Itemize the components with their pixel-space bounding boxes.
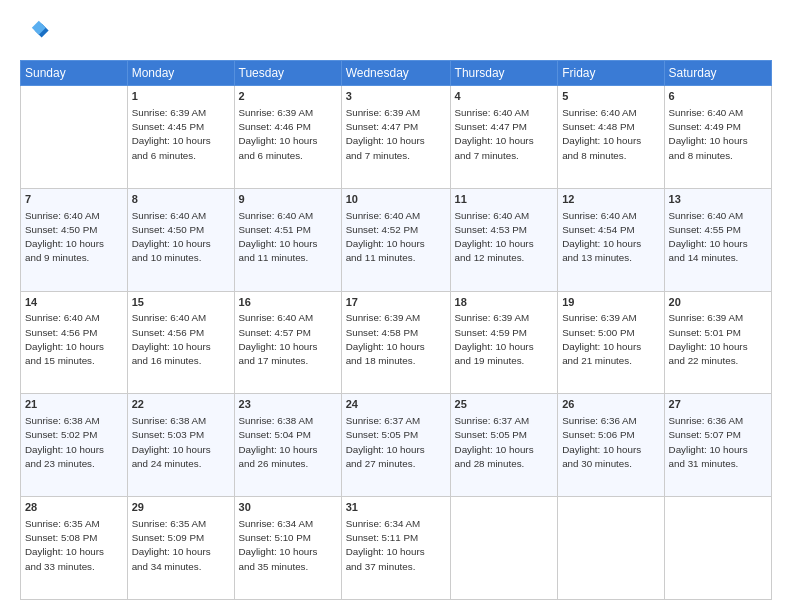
day-cell: 19Sunrise: 6:39 AM Sunset: 5:00 PM Dayli… bbox=[558, 291, 664, 394]
day-info: Sunrise: 6:40 AM Sunset: 4:53 PM Dayligh… bbox=[455, 210, 534, 264]
day-number: 3 bbox=[346, 89, 446, 104]
day-cell: 10Sunrise: 6:40 AM Sunset: 4:52 PM Dayli… bbox=[341, 188, 450, 291]
day-number: 8 bbox=[132, 192, 230, 207]
column-header-sunday: Sunday bbox=[21, 61, 128, 86]
calendar-table: SundayMondayTuesdayWednesdayThursdayFrid… bbox=[20, 60, 772, 600]
day-number: 20 bbox=[669, 295, 767, 310]
day-number: 10 bbox=[346, 192, 446, 207]
column-header-thursday: Thursday bbox=[450, 61, 558, 86]
day-number: 5 bbox=[562, 89, 659, 104]
day-info: Sunrise: 6:40 AM Sunset: 4:54 PM Dayligh… bbox=[562, 210, 641, 264]
day-cell: 20Sunrise: 6:39 AM Sunset: 5:01 PM Dayli… bbox=[664, 291, 771, 394]
day-cell: 7Sunrise: 6:40 AM Sunset: 4:50 PM Daylig… bbox=[21, 188, 128, 291]
day-cell bbox=[664, 497, 771, 600]
day-cell: 25Sunrise: 6:37 AM Sunset: 5:05 PM Dayli… bbox=[450, 394, 558, 497]
day-cell: 28Sunrise: 6:35 AM Sunset: 5:08 PM Dayli… bbox=[21, 497, 128, 600]
day-number: 9 bbox=[239, 192, 337, 207]
day-cell: 31Sunrise: 6:34 AM Sunset: 5:11 PM Dayli… bbox=[341, 497, 450, 600]
column-header-wednesday: Wednesday bbox=[341, 61, 450, 86]
day-number: 1 bbox=[132, 89, 230, 104]
day-info: Sunrise: 6:39 AM Sunset: 4:58 PM Dayligh… bbox=[346, 312, 425, 366]
day-info: Sunrise: 6:40 AM Sunset: 4:55 PM Dayligh… bbox=[669, 210, 748, 264]
column-header-saturday: Saturday bbox=[664, 61, 771, 86]
day-number: 12 bbox=[562, 192, 659, 207]
day-number: 30 bbox=[239, 500, 337, 515]
day-number: 28 bbox=[25, 500, 123, 515]
day-cell: 26Sunrise: 6:36 AM Sunset: 5:06 PM Dayli… bbox=[558, 394, 664, 497]
day-number: 17 bbox=[346, 295, 446, 310]
day-info: Sunrise: 6:36 AM Sunset: 5:07 PM Dayligh… bbox=[669, 415, 748, 469]
day-number: 23 bbox=[239, 397, 337, 412]
day-cell: 13Sunrise: 6:40 AM Sunset: 4:55 PM Dayli… bbox=[664, 188, 771, 291]
day-number: 21 bbox=[25, 397, 123, 412]
logo bbox=[20, 18, 50, 50]
day-info: Sunrise: 6:38 AM Sunset: 5:03 PM Dayligh… bbox=[132, 415, 211, 469]
day-info: Sunrise: 6:40 AM Sunset: 4:57 PM Dayligh… bbox=[239, 312, 318, 366]
day-info: Sunrise: 6:40 AM Sunset: 4:48 PM Dayligh… bbox=[562, 107, 641, 161]
day-number: 7 bbox=[25, 192, 123, 207]
day-number: 15 bbox=[132, 295, 230, 310]
day-info: Sunrise: 6:39 AM Sunset: 4:45 PM Dayligh… bbox=[132, 107, 211, 161]
day-info: Sunrise: 6:39 AM Sunset: 4:59 PM Dayligh… bbox=[455, 312, 534, 366]
day-number: 6 bbox=[669, 89, 767, 104]
day-info: Sunrise: 6:40 AM Sunset: 4:52 PM Dayligh… bbox=[346, 210, 425, 264]
week-row-1: 1Sunrise: 6:39 AM Sunset: 4:45 PM Daylig… bbox=[21, 86, 772, 189]
day-info: Sunrise: 6:37 AM Sunset: 5:05 PM Dayligh… bbox=[346, 415, 425, 469]
day-info: Sunrise: 6:39 AM Sunset: 4:47 PM Dayligh… bbox=[346, 107, 425, 161]
day-number: 13 bbox=[669, 192, 767, 207]
day-number: 4 bbox=[455, 89, 554, 104]
day-info: Sunrise: 6:38 AM Sunset: 5:04 PM Dayligh… bbox=[239, 415, 318, 469]
column-header-friday: Friday bbox=[558, 61, 664, 86]
day-info: Sunrise: 6:38 AM Sunset: 5:02 PM Dayligh… bbox=[25, 415, 104, 469]
page: SundayMondayTuesdayWednesdayThursdayFrid… bbox=[0, 0, 792, 612]
week-row-5: 28Sunrise: 6:35 AM Sunset: 5:08 PM Dayli… bbox=[21, 497, 772, 600]
day-cell: 18Sunrise: 6:39 AM Sunset: 4:59 PM Dayli… bbox=[450, 291, 558, 394]
day-cell: 16Sunrise: 6:40 AM Sunset: 4:57 PM Dayli… bbox=[234, 291, 341, 394]
day-cell bbox=[450, 497, 558, 600]
column-header-tuesday: Tuesday bbox=[234, 61, 341, 86]
week-row-3: 14Sunrise: 6:40 AM Sunset: 4:56 PM Dayli… bbox=[21, 291, 772, 394]
day-number: 24 bbox=[346, 397, 446, 412]
day-cell: 6Sunrise: 6:40 AM Sunset: 4:49 PM Daylig… bbox=[664, 86, 771, 189]
day-cell: 21Sunrise: 6:38 AM Sunset: 5:02 PM Dayli… bbox=[21, 394, 128, 497]
day-info: Sunrise: 6:40 AM Sunset: 4:49 PM Dayligh… bbox=[669, 107, 748, 161]
day-info: Sunrise: 6:35 AM Sunset: 5:08 PM Dayligh… bbox=[25, 518, 104, 572]
day-info: Sunrise: 6:39 AM Sunset: 5:00 PM Dayligh… bbox=[562, 312, 641, 366]
day-info: Sunrise: 6:40 AM Sunset: 4:50 PM Dayligh… bbox=[132, 210, 211, 264]
week-row-2: 7Sunrise: 6:40 AM Sunset: 4:50 PM Daylig… bbox=[21, 188, 772, 291]
day-cell: 27Sunrise: 6:36 AM Sunset: 5:07 PM Dayli… bbox=[664, 394, 771, 497]
day-number: 11 bbox=[455, 192, 554, 207]
day-info: Sunrise: 6:39 AM Sunset: 4:46 PM Dayligh… bbox=[239, 107, 318, 161]
day-number: 22 bbox=[132, 397, 230, 412]
logo-icon bbox=[22, 18, 50, 46]
day-cell: 24Sunrise: 6:37 AM Sunset: 5:05 PM Dayli… bbox=[341, 394, 450, 497]
day-number: 29 bbox=[132, 500, 230, 515]
calendar-header-row: SundayMondayTuesdayWednesdayThursdayFrid… bbox=[21, 61, 772, 86]
header bbox=[20, 18, 772, 50]
day-cell: 3Sunrise: 6:39 AM Sunset: 4:47 PM Daylig… bbox=[341, 86, 450, 189]
day-info: Sunrise: 6:40 AM Sunset: 4:47 PM Dayligh… bbox=[455, 107, 534, 161]
day-info: Sunrise: 6:35 AM Sunset: 5:09 PM Dayligh… bbox=[132, 518, 211, 572]
day-info: Sunrise: 6:37 AM Sunset: 5:05 PM Dayligh… bbox=[455, 415, 534, 469]
day-info: Sunrise: 6:34 AM Sunset: 5:11 PM Dayligh… bbox=[346, 518, 425, 572]
day-cell: 15Sunrise: 6:40 AM Sunset: 4:56 PM Dayli… bbox=[127, 291, 234, 394]
day-info: Sunrise: 6:40 AM Sunset: 4:50 PM Dayligh… bbox=[25, 210, 104, 264]
day-cell: 29Sunrise: 6:35 AM Sunset: 5:09 PM Dayli… bbox=[127, 497, 234, 600]
day-cell: 9Sunrise: 6:40 AM Sunset: 4:51 PM Daylig… bbox=[234, 188, 341, 291]
day-number: 14 bbox=[25, 295, 123, 310]
day-cell: 17Sunrise: 6:39 AM Sunset: 4:58 PM Dayli… bbox=[341, 291, 450, 394]
day-cell: 23Sunrise: 6:38 AM Sunset: 5:04 PM Dayli… bbox=[234, 394, 341, 497]
day-number: 27 bbox=[669, 397, 767, 412]
day-cell: 1Sunrise: 6:39 AM Sunset: 4:45 PM Daylig… bbox=[127, 86, 234, 189]
day-number: 31 bbox=[346, 500, 446, 515]
day-cell: 14Sunrise: 6:40 AM Sunset: 4:56 PM Dayli… bbox=[21, 291, 128, 394]
day-number: 16 bbox=[239, 295, 337, 310]
day-number: 25 bbox=[455, 397, 554, 412]
day-info: Sunrise: 6:39 AM Sunset: 5:01 PM Dayligh… bbox=[669, 312, 748, 366]
column-header-monday: Monday bbox=[127, 61, 234, 86]
day-cell: 12Sunrise: 6:40 AM Sunset: 4:54 PM Dayli… bbox=[558, 188, 664, 291]
day-cell: 4Sunrise: 6:40 AM Sunset: 4:47 PM Daylig… bbox=[450, 86, 558, 189]
day-cell: 2Sunrise: 6:39 AM Sunset: 4:46 PM Daylig… bbox=[234, 86, 341, 189]
day-number: 18 bbox=[455, 295, 554, 310]
day-cell bbox=[558, 497, 664, 600]
